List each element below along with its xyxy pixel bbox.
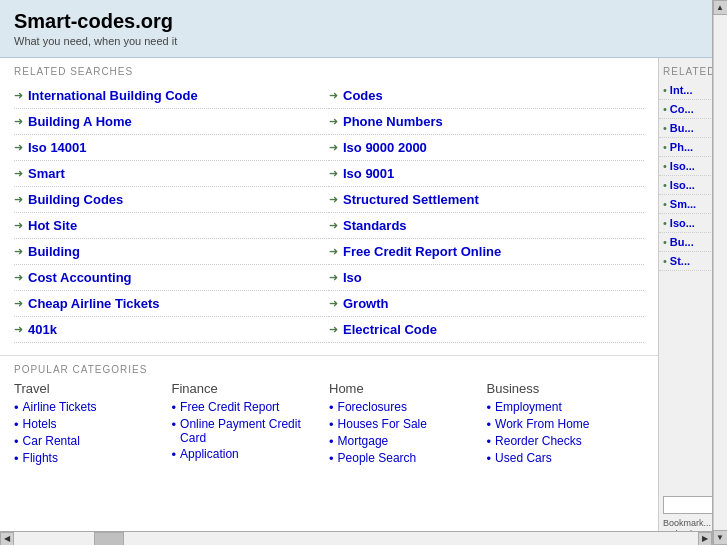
search-item[interactable]: ➜Phone Numbers xyxy=(329,109,644,135)
scroll-down-button[interactable]: ▼ xyxy=(713,530,728,545)
sidebar-link-text[interactable]: Int... xyxy=(670,84,693,96)
search-link[interactable]: Growth xyxy=(343,296,389,311)
sidebar-link-text[interactable]: Iso... xyxy=(670,217,695,229)
category-column: FinanceFree Credit ReportOnline Payment … xyxy=(172,381,330,468)
search-link[interactable]: Standards xyxy=(343,218,407,233)
list-item[interactable]: Hotels xyxy=(14,417,172,432)
search-item[interactable]: ➜Structured Settlement xyxy=(329,187,644,213)
search-link[interactable]: Phone Numbers xyxy=(343,114,443,129)
search-item[interactable]: ➜Electrical Code xyxy=(329,317,644,343)
search-item[interactable]: ➜Codes xyxy=(329,83,644,109)
category-link[interactable]: Flights xyxy=(23,451,58,465)
search-arrow-icon: ➜ xyxy=(329,245,338,258)
search-item[interactable]: ➜Iso 9000 2000 xyxy=(329,135,644,161)
site-title: Smart-codes.org xyxy=(14,10,713,33)
scroll-track[interactable] xyxy=(713,15,728,530)
search-link[interactable]: Iso 14001 xyxy=(28,140,87,155)
list-item[interactable]: Houses For Sale xyxy=(329,417,487,432)
list-item[interactable]: Employment xyxy=(487,400,645,415)
sidebar-link-text[interactable]: Co... xyxy=(670,103,694,115)
search-item[interactable]: ➜Growth xyxy=(329,291,644,317)
search-item[interactable]: ➜International Building Code xyxy=(14,83,329,109)
list-item[interactable]: Work From Home xyxy=(487,417,645,432)
search-link[interactable]: Hot Site xyxy=(28,218,77,233)
search-item[interactable]: ➜Cheap Airline Tickets xyxy=(14,291,329,317)
hscroll-track[interactable] xyxy=(14,532,698,546)
search-link[interactable]: 401k xyxy=(28,322,57,337)
search-item[interactable]: ➜Standards xyxy=(329,213,644,239)
category-link[interactable]: Hotels xyxy=(23,417,57,431)
category-link[interactable]: Car Rental xyxy=(23,434,80,448)
sidebar-link-text[interactable]: St... xyxy=(670,255,690,267)
search-link[interactable]: Building A Home xyxy=(28,114,132,129)
hscroll-thumb[interactable] xyxy=(94,532,124,546)
list-item[interactable]: Application xyxy=(172,447,330,462)
list-item[interactable]: Free Credit Report xyxy=(172,400,330,415)
search-link[interactable]: Building Codes xyxy=(28,192,123,207)
search-link[interactable]: Structured Settlement xyxy=(343,192,479,207)
sidebar-arrow-icon: • xyxy=(663,141,667,153)
category-link[interactable]: Work From Home xyxy=(495,417,589,431)
list-item[interactable]: Car Rental xyxy=(14,434,172,449)
list-item[interactable]: Online Payment Credit Card xyxy=(172,417,330,445)
list-item[interactable]: People Search xyxy=(329,451,487,466)
search-item[interactable]: ➜Hot Site xyxy=(14,213,329,239)
list-item[interactable]: Used Cars xyxy=(487,451,645,466)
sidebar-link-text[interactable]: Iso... xyxy=(670,160,695,172)
vertical-scrollbar: ▲ ▼ xyxy=(712,0,727,545)
search-item[interactable]: ➜Building xyxy=(14,239,329,265)
search-link[interactable]: Codes xyxy=(343,88,383,103)
list-item[interactable]: Mortgage xyxy=(329,434,487,449)
list-item[interactable]: Reorder Checks xyxy=(487,434,645,449)
search-right-column: ➜Codes➜Phone Numbers➜Iso 9000 2000➜Iso 9… xyxy=(329,83,644,343)
search-grid: ➜International Building Code➜Building A … xyxy=(14,83,644,351)
search-link[interactable]: Free Credit Report Online xyxy=(343,244,501,259)
scroll-left-button[interactable]: ◀ xyxy=(0,532,14,546)
category-link[interactable]: Used Cars xyxy=(495,451,552,465)
scroll-right-button[interactable]: ▶ xyxy=(698,532,712,546)
list-item[interactable]: Airline Tickets xyxy=(14,400,172,415)
search-link[interactable]: Iso 9001 xyxy=(343,166,394,181)
category-link[interactable]: Airline Tickets xyxy=(23,400,97,414)
category-link[interactable]: Mortgage xyxy=(338,434,389,448)
search-item[interactable]: ➜Building A Home xyxy=(14,109,329,135)
category-link[interactable]: Reorder Checks xyxy=(495,434,582,448)
category-link[interactable]: Application xyxy=(180,447,239,461)
search-arrow-icon: ➜ xyxy=(329,141,338,154)
category-link[interactable]: Foreclosures xyxy=(338,400,407,414)
search-link[interactable]: Building xyxy=(28,244,80,259)
search-item[interactable]: ➜Cost Accounting xyxy=(14,265,329,291)
list-item[interactable]: Flights xyxy=(14,451,172,466)
sidebar-arrow-icon: • xyxy=(663,255,667,267)
search-link[interactable]: Smart xyxy=(28,166,65,181)
search-item[interactable]: ➜Iso xyxy=(329,265,644,291)
category-link[interactable]: Online Payment Credit Card xyxy=(180,417,329,445)
search-arrow-icon: ➜ xyxy=(14,89,23,102)
scroll-up-button[interactable]: ▲ xyxy=(713,0,728,15)
search-link[interactable]: Cost Accounting xyxy=(28,270,132,285)
category-link[interactable]: Free Credit Report xyxy=(180,400,279,414)
search-link[interactable]: Electrical Code xyxy=(343,322,437,337)
search-link[interactable]: Iso 9000 2000 xyxy=(343,140,427,155)
search-item[interactable]: ➜Free Credit Report Online xyxy=(329,239,644,265)
popular-categories-section: POPULAR CATEGORIES TravelAirline Tickets… xyxy=(0,355,658,468)
search-link[interactable]: Iso xyxy=(343,270,362,285)
sidebar-link-text[interactable]: Bu... xyxy=(670,236,694,248)
search-link[interactable]: Cheap Airline Tickets xyxy=(28,296,160,311)
search-item[interactable]: ➜Building Codes xyxy=(14,187,329,213)
list-item[interactable]: Foreclosures xyxy=(329,400,487,415)
search-item[interactable]: ➜Iso 14001 xyxy=(14,135,329,161)
search-link[interactable]: International Building Code xyxy=(28,88,198,103)
search-item[interactable]: ➜401k xyxy=(14,317,329,343)
search-arrow-icon: ➜ xyxy=(329,115,338,128)
category-link[interactable]: Houses For Sale xyxy=(338,417,427,431)
sidebar-link-text[interactable]: Ph... xyxy=(670,141,693,153)
category-link[interactable]: People Search xyxy=(338,451,417,465)
search-item[interactable]: ➜Iso 9001 xyxy=(329,161,644,187)
sidebar-arrow-icon: • xyxy=(663,198,667,210)
sidebar-link-text[interactable]: Sm... xyxy=(670,198,696,210)
sidebar-link-text[interactable]: Iso... xyxy=(670,179,695,191)
search-item[interactable]: ➜Smart xyxy=(14,161,329,187)
category-link[interactable]: Employment xyxy=(495,400,562,414)
sidebar-link-text[interactable]: Bu... xyxy=(670,122,694,134)
